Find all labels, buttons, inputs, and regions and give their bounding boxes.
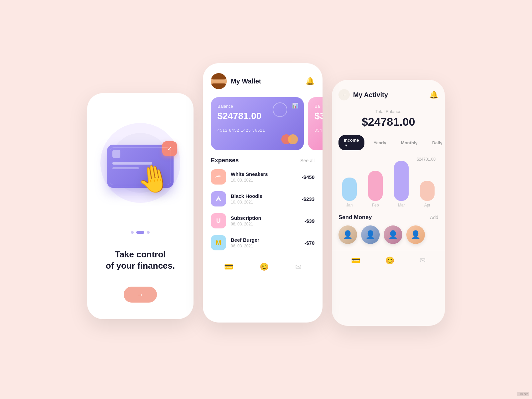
bar-mar-label: Mar: [398, 203, 405, 207]
bar-apr-label: Apr: [424, 203, 431, 207]
onboarding-text: Take control of your finances.: [106, 249, 175, 272]
bar-feb: [368, 171, 383, 201]
expense-icon-nike: [211, 169, 226, 185]
bar-mar: [394, 161, 409, 201]
expense-date: 10. 03. 2021: [231, 178, 297, 183]
watermark: ui8.net: [517, 392, 529, 396]
avatar-face: [211, 73, 227, 89]
expense-item-sneakers[interactable]: White Sneakers 10. 03. 2021 -$450: [211, 169, 315, 185]
filter-daily[interactable]: Daily: [427, 138, 445, 148]
headline: Take control of your finances.: [106, 249, 175, 272]
contact-face-4: 👤: [406, 225, 425, 244]
see-all-link[interactable]: See all: [300, 158, 315, 163]
nav-activity-icon[interactable]: 😊: [260, 263, 269, 271]
expense-icon-adidas: [211, 191, 226, 206]
card2-label: Ba: [315, 104, 323, 109]
total-balance-amount: $24781.00: [332, 115, 445, 128]
dot-2: [136, 231, 144, 234]
bar-jan: [342, 178, 357, 201]
expense-info-sub: Subscription 08. 03. 2021: [231, 215, 300, 226]
activity-title: My Activity: [353, 91, 426, 99]
dot-3: [147, 231, 150, 234]
bar-apr: [420, 181, 435, 201]
wallet-header: My Wallet 🔔: [203, 63, 323, 94]
send-money-section: Send Money Add 👤 👤 👤 👤: [332, 214, 445, 244]
expense-name: Beef Burger: [231, 237, 300, 243]
s3-nav-send-icon[interactable]: ✉: [420, 256, 426, 265]
back-button[interactable]: ←: [338, 89, 350, 100]
chart-bars: Jan Feb Mar Apr: [338, 164, 438, 207]
contact-4[interactable]: 👤: [406, 225, 425, 244]
expense-name: White Sneakers: [231, 171, 297, 177]
screen-activity: ← My Activity 🔔 Total Balance $24781.00 …: [332, 80, 445, 326]
contact-1[interactable]: 👤: [338, 225, 357, 244]
expense-amount: -$450: [302, 174, 315, 180]
total-balance-section: Total Balance $24781.00: [332, 106, 445, 135]
screen-wallet: My Wallet 🔔 📊 Balance $24781.00 4512 845…: [203, 63, 323, 323]
contact-3[interactable]: 👤: [384, 225, 402, 244]
total-balance-label: Total Balance: [332, 109, 445, 114]
bar-feb-label: Feb: [372, 203, 379, 207]
expense-info-burger: Beef Burger 06. 03. 2021: [231, 237, 300, 248]
chevron-down-icon: ▾: [345, 143, 347, 147]
arrow-icon: →: [137, 291, 144, 299]
expenses-section: Expenses See all White Sneakers 10. 03. …: [203, 157, 323, 250]
card-illustration: ✓ 🤚: [107, 145, 174, 188]
expense-date: 06. 03. 2021: [231, 244, 300, 248]
expense-info-hoodie: Black Hoodie 10. 03. 2021: [231, 193, 297, 204]
start-button[interactable]: →: [124, 287, 157, 303]
filter-income-label: Income: [344, 138, 359, 143]
notification-bell-icon[interactable]: 🔔: [306, 77, 315, 85]
bar-jan-label: Jan: [346, 203, 352, 207]
screen-onboarding: ✓ 🤚 Take control of your finances. →: [87, 93, 194, 319]
activity-header: ← My Activity 🔔: [332, 80, 445, 106]
activity-bell-icon[interactable]: 🔔: [429, 90, 438, 99]
card-pink[interactable]: Ba $3 354: [308, 97, 323, 150]
send-money-header: Send Money Add: [338, 214, 438, 221]
chart-container: $24781.00 Jan Feb Mar: [332, 157, 445, 207]
expense-amount: -$70: [305, 240, 315, 246]
expense-icon-mc: M: [211, 235, 226, 250]
chart-bar-apr: Apr: [416, 181, 438, 207]
contact-2[interactable]: 👤: [361, 225, 380, 244]
expenses-header: Expenses See all: [211, 157, 315, 164]
card-purple[interactable]: 📊 Balance $24781.00 4512 8452 1425 36521: [211, 97, 304, 150]
nav-send-icon[interactable]: ✉: [295, 263, 301, 271]
expense-date: 08. 03. 2021: [231, 222, 300, 226]
s3-nav-activity-icon[interactable]: 😊: [385, 256, 394, 265]
expense-icon-sub: U: [211, 213, 226, 228]
chart-peak-label: $24781.00: [338, 157, 438, 162]
wallet-title: My Wallet: [231, 77, 302, 85]
filter-income[interactable]: Income ▾: [338, 135, 364, 150]
filter-yearly[interactable]: Yearly: [368, 138, 392, 148]
expense-date: 10. 03. 2021: [231, 200, 297, 204]
card-circle-decor: [273, 102, 287, 117]
expense-amount: -$233: [302, 196, 315, 202]
illustration-area: ✓ 🤚: [97, 110, 184, 216]
card-chart-icon: 📊: [292, 102, 299, 109]
card-carousel[interactable]: 📊 Balance $24781.00 4512 8452 1425 36521…: [203, 94, 323, 157]
pagination-dots: [131, 231, 150, 234]
chart-bar-mar: Mar: [390, 161, 412, 207]
bottom-nav: 💳 😊 ✉: [203, 257, 323, 279]
filter-monthly[interactable]: Monthly: [396, 138, 423, 148]
add-contact-button[interactable]: Add: [430, 215, 438, 220]
avatar-hair: [211, 73, 227, 79]
expense-item-subscription[interactable]: U Subscription 08. 03. 2021 -$39: [211, 213, 315, 228]
card2-number: 354: [315, 128, 323, 133]
expense-amount: -$39: [305, 218, 315, 224]
expense-item-hoodie[interactable]: Black Hoodie 10. 03. 2021 -$233: [211, 191, 315, 206]
mc-orange-circle: [288, 134, 298, 144]
expense-item-burger[interactable]: M Beef Burger 06. 03. 2021 -$70: [211, 235, 315, 250]
expense-info-sneakers: White Sneakers 10. 03. 2021: [231, 171, 297, 183]
contacts-row: 👤 👤 👤 👤: [338, 225, 438, 244]
avatar-beard: [211, 83, 227, 89]
contact-face-2: 👤: [361, 225, 380, 244]
nav-wallet-icon[interactable]: 💳: [224, 263, 233, 271]
s3-nav-wallet-icon[interactable]: 💳: [351, 256, 360, 265]
user-avatar[interactable]: [211, 73, 227, 89]
expense-name: Black Hoodie: [231, 193, 297, 199]
expenses-title: Expenses: [211, 157, 239, 164]
card-chip: [112, 150, 120, 158]
card2-amount: $3: [315, 111, 323, 121]
